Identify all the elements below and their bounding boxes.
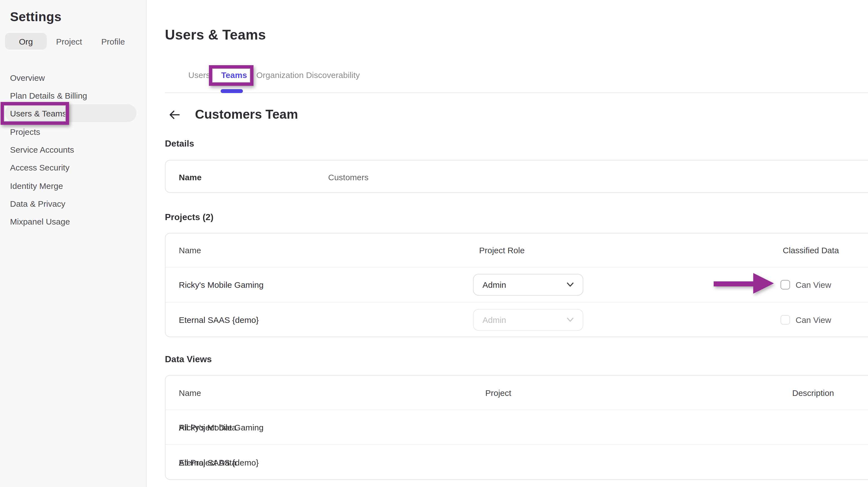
can-view-label: Can View xyxy=(796,280,831,290)
project-name: Eternal SAAS {demo} xyxy=(179,315,259,325)
chevron-down-icon xyxy=(567,317,574,322)
sidebar-item-identity-merge[interactable]: Identity Merge xyxy=(0,177,147,194)
project-role-value: Admin xyxy=(483,280,506,290)
details-card: Name Customers xyxy=(165,160,868,193)
data-views-heading: Data Views xyxy=(165,355,212,364)
classified-data-cell: Can View xyxy=(780,280,831,290)
tab-teams[interactable]: Teams xyxy=(221,70,247,80)
settings-page: Settings Org Project Profile Overview Pl… xyxy=(0,0,868,487)
project-role-value: Admin xyxy=(483,315,506,325)
back-button[interactable] xyxy=(166,107,182,123)
can-view-checkbox[interactable] xyxy=(780,315,790,325)
sidebar-item-service-accounts[interactable]: Service Accounts xyxy=(0,141,147,158)
col-header-description: Description xyxy=(792,388,834,397)
sidebar-item-access-security[interactable]: Access Security xyxy=(0,158,147,176)
data-view-row-rickys: All Project Data Ricky's Mobile Gaming xyxy=(165,409,868,444)
main-content: Users & Teams Users Teams Organization D… xyxy=(147,0,868,487)
projects-heading: Projects (2) xyxy=(165,212,213,222)
col-header-project-role: Project Role xyxy=(479,245,525,255)
scope-tab-org[interactable]: Org xyxy=(5,33,47,50)
data-view-project: Ricky's Mobile Gaming xyxy=(179,422,264,432)
projects-table: Name Project Role Classified Data Ricky'… xyxy=(165,233,868,337)
tab-organization-discoverability[interactable]: Organization Discoverability xyxy=(256,70,360,80)
project-name: Ricky's Mobile Gaming xyxy=(179,280,264,290)
data-views-table: Name Project Description All Project Dat… xyxy=(165,375,868,480)
settings-sidebar: Settings Org Project Profile Overview Pl… xyxy=(0,0,147,487)
data-views-header-row: Name Project Description xyxy=(165,375,868,409)
chevron-down-icon xyxy=(567,282,574,287)
tab-divider xyxy=(165,92,868,93)
arrow-left-icon xyxy=(168,115,181,123)
can-view-checkbox[interactable] xyxy=(780,280,790,290)
details-row: Name Customers xyxy=(165,160,868,193)
projects-header-row: Name Project Role Classified Data xyxy=(165,234,868,267)
sidebar-item-projects[interactable]: Projects xyxy=(0,123,147,141)
can-view-label: Can View xyxy=(796,315,831,325)
col-header-name: Name xyxy=(179,245,201,255)
sidebar-item-plan-billing[interactable]: Plan Details & Billing xyxy=(0,86,147,104)
sidebar-item-data-privacy[interactable]: Data & Privacy xyxy=(0,194,147,212)
page-title: Users & Teams xyxy=(165,27,266,43)
col-header-classified-data: Classified Data xyxy=(783,245,839,255)
details-name-value: Customers xyxy=(328,172,369,182)
sidebar-item-mixpanel-usage[interactable]: Mixpanel Usage xyxy=(0,212,147,230)
data-view-project: Eternal SAAS {demo} xyxy=(179,458,259,467)
data-view-row-eternal-saas: All Project Data Eternal SAAS {demo} xyxy=(165,444,868,480)
classified-data-cell: Can View xyxy=(780,315,831,325)
project-role-select[interactable]: Admin xyxy=(473,274,583,296)
sidebar-title: Settings xyxy=(10,9,62,25)
project-row-eternal-saas: Eternal SAAS {demo} Admin Can View xyxy=(165,302,868,337)
sidebar-item-users-teams[interactable]: Users & Teams xyxy=(0,104,147,122)
col-header-name: Name xyxy=(179,388,201,397)
project-role-select-disabled: Admin xyxy=(473,309,583,331)
team-title: Customers Team xyxy=(195,107,298,122)
scope-tabs: Org Project Profile xyxy=(0,33,147,50)
project-row-rickys: Ricky's Mobile Gaming Admin Can View xyxy=(165,267,868,302)
details-name-label: Name xyxy=(179,172,202,182)
scope-tab-profile[interactable]: Profile xyxy=(96,33,130,50)
tab-users[interactable]: Users xyxy=(188,70,210,80)
details-heading: Details xyxy=(165,139,194,149)
sidebar-item-overview[interactable]: Overview xyxy=(0,68,147,86)
active-tab-indicator xyxy=(221,89,243,93)
col-header-project: Project xyxy=(485,388,511,397)
scope-tab-project[interactable]: Project xyxy=(52,33,86,50)
